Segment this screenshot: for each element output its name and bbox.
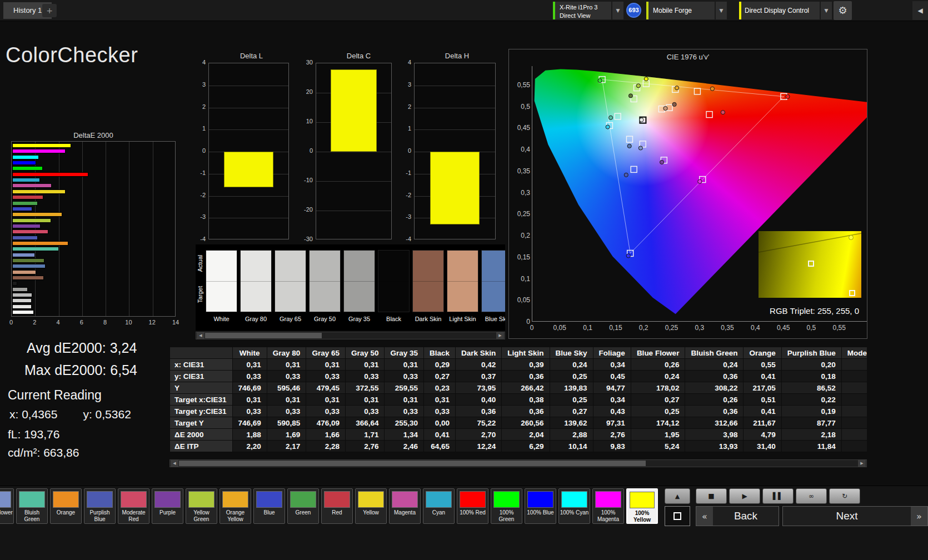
scroll-thumb[interactable] <box>179 461 646 466</box>
cell: 94,77 <box>593 382 631 394</box>
swatch-white[interactable] <box>206 250 237 312</box>
pause-button[interactable]: ▌▌ <box>762 488 794 504</box>
cell: 2,20 <box>232 441 267 452</box>
meter-dropdown-caret[interactable]: ▼ <box>612 2 623 19</box>
swatch-black[interactable] <box>378 250 410 312</box>
display-control-selector[interactable]: Direct Display Control <box>739 2 820 19</box>
cell: 1,69 <box>267 429 306 441</box>
patch-button-purplish-blue[interactable]: Purplish Blue <box>84 488 116 524</box>
measurement-dot <box>606 125 610 129</box>
cell: 0,33 <box>306 371 346 382</box>
patch-label: Orange Yellow <box>220 509 251 522</box>
scroll-thumb[interactable] <box>205 333 322 338</box>
scroll-left-arrow[interactable]: ◀ <box>197 332 204 339</box>
swatch-dark-skin[interactable] <box>412 250 444 312</box>
swatch-blue-sky[interactable] <box>481 250 505 312</box>
patch-button-yellow[interactable]: Yellow <box>355 488 387 524</box>
patch-button-yellow-green[interactable]: Yellow Green <box>186 488 217 524</box>
patch-button-red[interactable]: Red <box>321 488 353 524</box>
patch-label: Green <box>288 509 318 516</box>
y-tick-label: 0,3 <box>510 189 530 197</box>
patch-button-100-blue[interactable]: 100% Blue <box>525 488 556 524</box>
cell: 0,26 <box>631 359 685 371</box>
table-scrollbar[interactable]: ◀ ▶ <box>169 459 867 467</box>
swatch-label-black: Black <box>378 316 410 322</box>
bar-yellow <box>12 189 66 194</box>
bar-magenta <box>12 183 52 188</box>
swatch-scrollbar[interactable]: ◀ ▶ <box>196 332 505 339</box>
patch-list-up-button[interactable]: ▲ <box>665 488 690 504</box>
patch-button-green[interactable]: Green <box>287 488 319 524</box>
swatch-gray-65[interactable] <box>275 250 306 312</box>
pattern-window-button[interactable] <box>665 506 690 526</box>
refresh-button[interactable]: ↻ <box>829 488 860 504</box>
patch-button-cyan[interactable]: Cyan <box>423 488 455 524</box>
cell: 0,18 <box>781 371 841 382</box>
next-button[interactable]: Next » <box>782 506 928 526</box>
scroll-right-arrow[interactable]: ▶ <box>496 332 504 339</box>
row-label: Target y:CIE31 <box>170 406 233 417</box>
cell: 0,36 <box>502 406 550 417</box>
current-reading-xy: x: 0,4365 y: 0,5362 <box>9 408 131 421</box>
display-control-name: Direct Display Control <box>739 2 820 19</box>
swatch-gray-80[interactable] <box>240 250 272 312</box>
collapse-panel-button[interactable]: ◀ <box>912 1 928 20</box>
cell: 2,04 <box>502 429 550 441</box>
patch-swatch <box>0 491 11 508</box>
patch-button-blue-flower[interactable]: Blue Flower <box>0 488 14 524</box>
patch-button-orange[interactable]: Orange <box>50 488 82 524</box>
swatch-gray-35[interactable] <box>343 250 375 312</box>
display-dropdown-caret[interactable]: ▼ <box>821 2 832 19</box>
cell: 13,93 <box>685 441 744 452</box>
patch-button-100-green[interactable]: 100% Green <box>491 488 522 524</box>
meter-mode: Direct View <box>560 12 611 20</box>
source-dropdown-caret[interactable]: ▼ <box>716 2 727 19</box>
y-tick-label: 0 <box>183 147 206 154</box>
patch-button-magenta[interactable]: Magenta <box>389 488 421 524</box>
cell: 0,41 <box>424 429 456 441</box>
patch-button-orange-yellow[interactable]: Orange Yellow <box>219 488 251 524</box>
add-tab-button[interactable]: + <box>42 4 57 17</box>
y-tick-label: 10 <box>291 118 313 124</box>
patch-button-blue[interactable]: Blue <box>253 488 285 524</box>
scroll-right-arrow[interactable]: ▶ <box>858 460 866 467</box>
settings-button[interactable]: ⚙ <box>834 1 852 20</box>
deltae-xlabels: 02468101214 <box>11 319 176 327</box>
patch-button-100-yellow[interactable]: 100% Yellow <box>626 488 658 524</box>
y-tick-label: 0,4 <box>510 146 530 153</box>
meter-selector[interactable]: X-Rite i1Pro 3 Direct View <box>553 2 611 19</box>
table-row-target-y: Target Y746,69590,85476,09366,64255,300,… <box>170 417 867 429</box>
bar-blue-flower <box>12 253 35 257</box>
cell: 5,24 <box>631 441 685 452</box>
patch-button-purple[interactable]: Purple <box>152 488 183 524</box>
patch-button-100-cyan[interactable]: 100% Cyan <box>558 488 590 524</box>
rgb-triplet-caption: RGB Triplet: 255, 255, 0 <box>770 306 859 316</box>
col-header-gray-65: Gray 65 <box>306 347 346 359</box>
swatch-strip: Actual Target WhiteGray 80Gray 65Gray 50… <box>196 244 505 331</box>
patch-button-moderate-red[interactable]: Moderate Red <box>118 488 149 524</box>
cell: 0,27 <box>424 371 456 382</box>
cie-title: CIE 1976 u'v' <box>509 53 867 61</box>
delta-l-title: Delta L <box>208 52 295 60</box>
swatch-light-skin[interactable] <box>447 250 478 312</box>
deltae2000-chart: DeltaE 2000 02468101214 <box>11 131 189 331</box>
target-marker <box>615 113 621 119</box>
continuous-button[interactable]: ∞ <box>796 488 827 504</box>
stop-button[interactable]: ■ <box>696 488 727 504</box>
patch-button-100-red[interactable]: 100% Red <box>457 488 488 524</box>
patch-button-100-magenta[interactable]: 100% Magenta <box>592 488 624 524</box>
back-button[interactable]: « Back <box>696 506 779 526</box>
row-label: Y <box>170 382 233 394</box>
reading-count-badge[interactable]: 693 <box>626 3 641 18</box>
cell: 2,28 <box>306 441 346 452</box>
y-tick-label: 0,25 <box>510 210 530 218</box>
cell: 476,09 <box>306 417 346 429</box>
play-button[interactable]: ▶ <box>729 488 760 504</box>
col-header-white: White <box>232 347 267 359</box>
patch-button-bluish-green[interactable]: Bluish Green <box>16 488 48 524</box>
y-tick-label: 4 <box>389 59 411 66</box>
results-table: WhiteGray 80Gray 65Gray 50Gray 35BlackDa… <box>169 347 867 452</box>
source-selector[interactable]: Mobile Forge <box>646 2 715 19</box>
scroll-left-arrow[interactable]: ◀ <box>171 460 178 467</box>
swatch-gray-50[interactable] <box>309 250 341 312</box>
